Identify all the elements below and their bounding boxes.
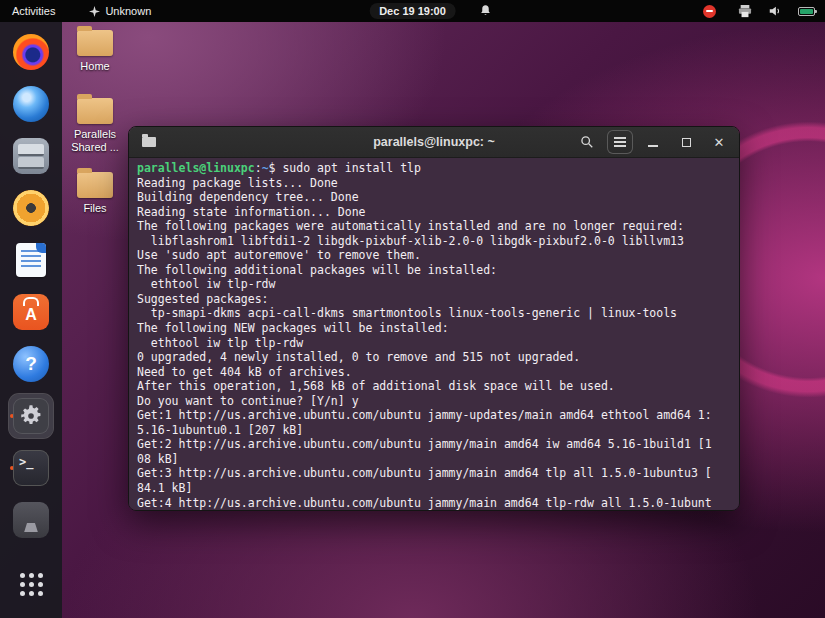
desktop-icon-home[interactable]: Home — [66, 30, 124, 73]
desktop-icon-files[interactable]: Files — [66, 172, 124, 215]
terminal-line: The following additional packages will b… — [137, 263, 731, 278]
desktop: Activities Unknown Dec 19 19:00 — [0, 0, 825, 618]
command-text: sudo apt install tlp — [282, 161, 420, 175]
battery-icon — [798, 7, 815, 16]
prompt-user-host: parallels@linuxpc — [137, 161, 255, 175]
utility-app-icon — [13, 502, 49, 538]
maximize-icon — [682, 138, 691, 147]
dock-item-rhythmbox[interactable] — [9, 186, 53, 230]
dock-item-terminal[interactable]: >_ — [9, 446, 53, 490]
help-glyph: ? — [25, 353, 37, 375]
terminal-line: After this operation, 1,568 kB of additi… — [137, 379, 731, 394]
terminal-line: libflashrom1 libftdi1-2 libgdk-pixbuf-xl… — [137, 234, 731, 249]
dock-item-libreoffice-writer[interactable] — [9, 238, 53, 282]
terminal-line: Need to get 404 kB of archives. — [137, 365, 731, 380]
maximize-button[interactable] — [674, 131, 698, 153]
desktop-icon-label: Parallels Shared ... — [66, 128, 124, 153]
clock-button[interactable]: Dec 19 19:00 — [369, 3, 456, 19]
close-button[interactable]: ✕ — [707, 131, 731, 153]
terminal-line: The following packages were automaticall… — [137, 219, 731, 234]
terminal-line: ethtool iw tlp-rdw — [137, 277, 731, 292]
show-applications-button[interactable] — [9, 562, 53, 606]
terminal-line: 84.1 kB] — [137, 481, 731, 496]
shared-folder-icon — [77, 98, 113, 124]
do-not-disturb-icon — [703, 5, 716, 18]
terminal-line: The following NEW packages will be insta… — [137, 321, 731, 336]
folder-icon — [142, 137, 156, 147]
prompt-symbol: $ — [269, 161, 283, 175]
terminal-line: 5.16-1ubuntu0.1 [207 kB] — [137, 423, 731, 438]
terminal-line: Get:3 http://us.archive.ubuntu.com/ubunt… — [137, 466, 731, 481]
volume-icon — [768, 4, 782, 18]
dock-item-files[interactable] — [9, 134, 53, 178]
desktop-icon-label: Home — [80, 60, 109, 73]
terminal-line: 08 kB] — [137, 452, 731, 467]
terminal-prompt-line: parallels@linuxpc:~$ sudo apt install tl… — [137, 161, 731, 176]
new-tab-button[interactable] — [137, 131, 161, 153]
terminal-line: tp-smapi-dkms acpi-call-dkms smartmontoo… — [137, 306, 731, 321]
prompt-path: ~ — [262, 161, 269, 175]
terminal-line: Do you want to continue? [Y/n] y — [137, 394, 731, 409]
location-label: Unknown — [105, 5, 151, 17]
ubuntu-software-glyph: A — [25, 306, 37, 324]
help-icon: ? — [13, 346, 49, 382]
terminal-window: parallels@linuxpc: ~ ✕ par — [128, 126, 740, 511]
window-title: parallels@linuxpc: ~ — [373, 135, 495, 149]
terminal-line: Building dependency tree... Done — [137, 190, 731, 205]
dock-item-firefox[interactable] — [9, 30, 53, 74]
dock-item-settings[interactable] — [9, 394, 53, 438]
firefox-icon — [13, 34, 49, 70]
terminal-line: Suggested packages: — [137, 292, 731, 307]
terminal-line: Reading package lists... Done — [137, 176, 731, 191]
top-bar: Activities Unknown Dec 19 19:00 — [0, 0, 825, 22]
prompt-separator: : — [255, 161, 262, 175]
terminal-line: 0 upgraded, 4 newly installed, 0 to remo… — [137, 350, 731, 365]
terminal-line: Use 'sudo apt autoremove' to remove them… — [137, 248, 731, 263]
activities-button[interactable]: Activities — [0, 0, 67, 22]
terminal-prompt-glyph: >_ — [19, 455, 33, 469]
files-icon — [13, 138, 49, 174]
files-folder-icon — [77, 172, 113, 198]
dock-item-thunderbird[interactable] — [9, 82, 53, 126]
minimize-button[interactable] — [641, 131, 665, 153]
dock-item-help[interactable]: ? — [9, 342, 53, 386]
show-applications-icon — [20, 573, 43, 596]
home-folder-icon — [77, 30, 113, 56]
desktop-icon-label: Files — [83, 202, 106, 215]
settings-icon — [13, 398, 49, 434]
close-icon: ✕ — [714, 136, 725, 149]
notification-bell-icon — [479, 4, 492, 17]
terminal-line: Get:2 http://us.archive.ubuntu.com/ubunt… — [137, 437, 731, 452]
search-button[interactable] — [575, 131, 599, 153]
location-icon — [89, 6, 100, 17]
terminal-line: Reading state information... Done — [137, 205, 731, 220]
libreoffice-writer-icon — [16, 243, 46, 277]
location-indicator[interactable]: Unknown — [89, 5, 151, 17]
ubuntu-software-icon: A — [13, 294, 49, 330]
dock-item-ubuntu-software[interactable]: A — [9, 290, 53, 334]
terminal-line: Get:1 http://us.archive.ubuntu.com/ubunt… — [137, 408, 731, 423]
dock-item-utility-app[interactable] — [9, 498, 53, 542]
desktop-icon-parallels-shared[interactable]: Parallels Shared ... — [66, 98, 124, 153]
system-status-area[interactable] — [703, 0, 815, 22]
minimize-icon — [648, 145, 658, 147]
terminal-headerbar[interactable]: parallels@linuxpc: ~ ✕ — [129, 127, 739, 158]
hamburger-icon — [614, 137, 626, 147]
terminal-output[interactable]: parallels@linuxpc:~$ sudo apt install tl… — [129, 158, 739, 510]
terminal-line: Get:4 http://us.archive.ubuntu.com/ubunt… — [137, 496, 731, 510]
printer-icon — [738, 5, 752, 18]
rhythmbox-icon — [13, 190, 49, 226]
dock: A ? >_ — [0, 22, 62, 618]
menu-button[interactable] — [608, 131, 632, 153]
thunderbird-icon — [13, 86, 49, 122]
terminal-icon: >_ — [13, 450, 49, 486]
terminal-line: ethtool iw tlp tlp-rdw — [137, 336, 731, 351]
